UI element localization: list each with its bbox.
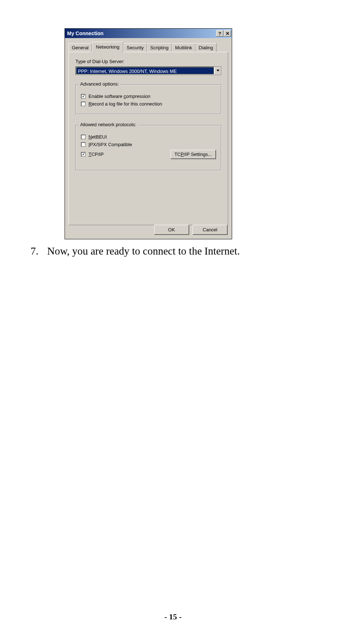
- record-log-label: Record a log file for this connection: [88, 101, 162, 107]
- tab-dialing[interactable]: Dialing: [195, 43, 217, 52]
- record-log-row[interactable]: Record a log file for this connection: [81, 101, 216, 107]
- window-title: My Connection: [67, 30, 216, 36]
- combo-dropdown-button[interactable]: [214, 67, 221, 75]
- ok-button[interactable]: OK: [154, 225, 189, 235]
- enable-compression-checkbox[interactable]: [81, 94, 86, 99]
- instruction-step: 7. Now, you are ready to connect to the …: [25, 245, 240, 257]
- tcpip-row-wrap: TCP/IP TCP/IP Settings...: [81, 149, 216, 159]
- cancel-button[interactable]: Cancel: [193, 225, 227, 235]
- step-text: Now, you are ready to connect to the Int…: [47, 245, 240, 257]
- netbeui-checkbox[interactable]: [81, 135, 86, 139]
- titlebar-buttons: ? ✕: [216, 30, 231, 37]
- record-log-checkbox[interactable]: [81, 102, 86, 106]
- titlebar: My Connection ? ✕: [65, 29, 232, 38]
- server-type-label: Type of Dial-Up Server:: [75, 59, 221, 64]
- tabstrip: General Networking Security Scripting Mu…: [69, 42, 228, 52]
- dialog-buttons: OK Cancel: [154, 225, 227, 235]
- tab-general[interactable]: General: [69, 43, 92, 52]
- netbeui-label: NetBEUI: [88, 134, 107, 140]
- server-type-value: PPP: Internet, Windows 2000/NT, Windows …: [76, 67, 214, 74]
- tab-scripting[interactable]: Scripting: [147, 43, 172, 52]
- tcpip-label: TCP/IP: [88, 152, 104, 157]
- tcpip-settings-button[interactable]: TCP/IP Settings...: [170, 150, 216, 159]
- step-number: 7.: [25, 245, 38, 257]
- page-number: - 15 -: [0, 612, 346, 622]
- chevron-down-icon: [217, 70, 219, 72]
- tcpip-row[interactable]: TCP/IP: [81, 152, 104, 157]
- server-type-combo[interactable]: PPP: Internet, Windows 2000/NT, Windows …: [75, 66, 221, 75]
- protocols-legend: Allowed network protocols:: [79, 122, 138, 127]
- enable-compression-row[interactable]: Enable software compression: [81, 94, 216, 99]
- tabpanel-networking: Type of Dial-Up Server: PPP: Internet, W…: [69, 52, 228, 225]
- ipx-row[interactable]: IPX/SPX Compatible: [81, 142, 216, 147]
- advanced-options-group: Advanced options: Enable software compre…: [75, 84, 221, 114]
- tab-security[interactable]: Security: [123, 43, 147, 52]
- enable-compression-label: Enable software compression: [88, 94, 151, 99]
- tcpip-checkbox[interactable]: [81, 152, 86, 157]
- ipx-checkbox[interactable]: [81, 142, 86, 147]
- advanced-legend: Advanced options:: [79, 81, 120, 87]
- svg-marker-0: [217, 70, 219, 71]
- close-button[interactable]: ✕: [224, 30, 231, 37]
- help-button[interactable]: ?: [216, 30, 223, 37]
- tab-multilink[interactable]: Multilink: [172, 43, 195, 52]
- tab-networking[interactable]: Networking: [92, 42, 123, 52]
- properties-dialog: My Connection ? ✕ General Networking Sec…: [65, 28, 232, 239]
- ipx-label: IPX/SPX Compatible: [88, 142, 132, 147]
- dialog-client: General Networking Security Scripting Mu…: [65, 38, 232, 239]
- protocols-group: Allowed network protocols: NetBEUI IPX/S…: [75, 125, 221, 170]
- netbeui-row[interactable]: NetBEUI: [81, 134, 216, 140]
